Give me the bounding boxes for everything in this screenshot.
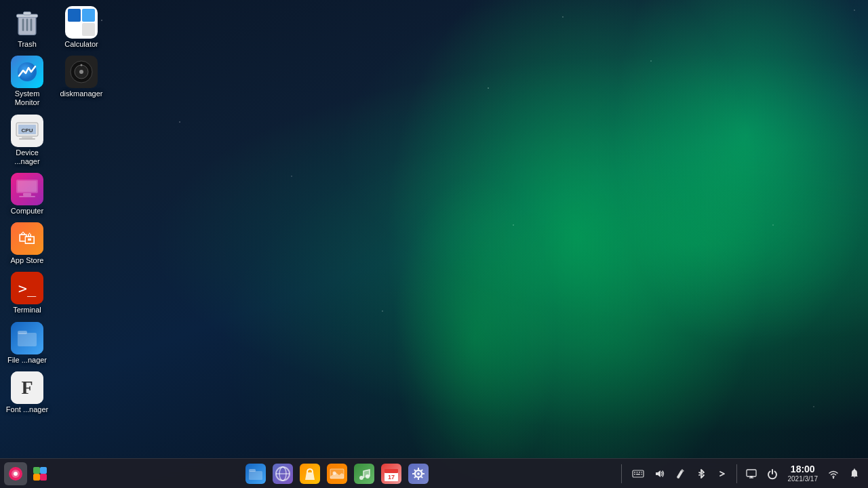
svg-rect-67 bbox=[634, 472, 635, 473]
svg-rect-3 bbox=[31, 19, 33, 31]
terminal-icon: >_ bbox=[11, 272, 43, 304]
svg-rect-71 bbox=[634, 474, 635, 475]
tray-keyboard[interactable] bbox=[629, 464, 648, 483]
computer-icon bbox=[11, 173, 43, 205]
svg-rect-34 bbox=[40, 467, 47, 474]
svg-point-32 bbox=[14, 472, 18, 476]
taskbar-dock: 17 bbox=[56, 462, 618, 486]
svg-rect-15 bbox=[23, 193, 31, 196]
tray-screen[interactable] bbox=[742, 464, 761, 483]
trash-label: Trash bbox=[18, 40, 37, 49]
desktop-icons-col1: Trash System Monitor bbox=[0, 0, 54, 417]
terminal-label: Terminal bbox=[13, 306, 41, 314]
desktop-icon-file-manager[interactable]: File ...nager bbox=[1, 319, 54, 367]
dock-calendar[interactable]: 17 bbox=[379, 462, 403, 486]
dock-browser[interactable] bbox=[271, 462, 295, 486]
svg-text:F: F bbox=[21, 377, 33, 398]
clock-date: 2021/3/17 bbox=[788, 475, 818, 483]
taskbar-separator-1 bbox=[621, 464, 622, 483]
svg-rect-14 bbox=[18, 181, 37, 192]
taskbar-tray: 18:00 2021/3/17 bbox=[625, 464, 869, 483]
app-store-label: App Store bbox=[11, 256, 44, 265]
svg-rect-9 bbox=[22, 136, 33, 138]
font-manager-label: Font ...nager bbox=[6, 405, 48, 414]
disk-manager-icon bbox=[65, 56, 98, 88]
svg-text:🛍: 🛍 bbox=[18, 228, 36, 248]
svg-rect-39 bbox=[249, 469, 256, 472]
tray-volume[interactable] bbox=[650, 464, 669, 483]
device-manager-icon: CPU bbox=[11, 115, 43, 147]
svg-rect-69 bbox=[639, 472, 640, 473]
desktop-icon-calculator[interactable]: Calculator bbox=[55, 3, 108, 52]
aurora-overlay bbox=[0, 0, 868, 488]
svg-rect-10 bbox=[19, 138, 35, 140]
svg-rect-2 bbox=[26, 19, 28, 31]
desktop-icons-col2: Calculator diskmanager bbox=[54, 0, 108, 101]
desktop-icon-font-manager[interactable]: F Font ...nager bbox=[1, 369, 54, 417]
svg-rect-22 bbox=[18, 333, 37, 346]
desktop-icon-computer[interactable]: Computer bbox=[1, 170, 54, 218]
svg-rect-23 bbox=[18, 331, 27, 334]
tray-notifications[interactable] bbox=[845, 464, 864, 483]
device-manager-label: Device ...nager bbox=[3, 148, 52, 166]
taskbar-app-switcher[interactable] bbox=[4, 462, 27, 485]
file-manager-icon bbox=[11, 322, 43, 354]
svg-marker-74 bbox=[656, 470, 660, 477]
desktop-icon-trash[interactable]: Trash bbox=[1, 3, 54, 52]
desktop-icon-device-manager[interactable]: CPU Device ...nager bbox=[1, 112, 54, 169]
tray-more[interactable] bbox=[713, 464, 732, 483]
calculator-icon bbox=[65, 6, 98, 39]
dock-store[interactable] bbox=[298, 462, 322, 486]
svg-text:CPU: CPU bbox=[22, 127, 33, 134]
tray-bluetooth[interactable] bbox=[692, 464, 711, 483]
dock-photos[interactable] bbox=[325, 462, 349, 486]
system-monitor-label: System Monitor bbox=[3, 89, 52, 107]
svg-point-29 bbox=[81, 64, 83, 66]
svg-rect-70 bbox=[641, 472, 642, 473]
clock-time: 18:00 bbox=[791, 464, 815, 474]
svg-point-49 bbox=[359, 476, 363, 480]
computer-label: Computer bbox=[11, 207, 43, 216]
tray-clock[interactable]: 18:00 2021/3/17 bbox=[784, 464, 823, 482]
taskbar-separator-2 bbox=[736, 464, 737, 483]
desktop-icon-terminal[interactable]: >_ Terminal bbox=[1, 269, 54, 317]
svg-rect-16 bbox=[19, 196, 35, 197]
tray-pen[interactable] bbox=[671, 464, 690, 483]
svg-rect-33 bbox=[33, 467, 40, 474]
file-manager-label: File ...nager bbox=[7, 356, 47, 365]
svg-rect-5 bbox=[24, 12, 31, 15]
dock-settings[interactable] bbox=[406, 462, 431, 486]
tray-power[interactable] bbox=[763, 464, 782, 483]
app-store-icon: 🛍 bbox=[11, 222, 43, 255]
svg-text:17: 17 bbox=[388, 474, 395, 481]
svg-rect-75 bbox=[747, 470, 756, 476]
system-monitor-icon bbox=[11, 56, 43, 88]
desktop-icon-disk-manager[interactable]: diskmanager bbox=[55, 53, 108, 101]
taskbar-window-manager[interactable] bbox=[28, 462, 52, 485]
taskbar-left bbox=[0, 462, 56, 485]
desktop-icon-system-monitor[interactable]: System Monitor bbox=[1, 53, 54, 110]
desktop-icon-app-store[interactable]: 🛍 App Store bbox=[1, 220, 54, 268]
svg-text:>_: >_ bbox=[18, 280, 37, 297]
svg-rect-73 bbox=[641, 474, 642, 475]
svg-rect-1 bbox=[22, 19, 24, 31]
dock-file-manager[interactable] bbox=[243, 462, 268, 486]
svg-rect-53 bbox=[384, 469, 398, 473]
tray-wifi[interactable] bbox=[824, 464, 843, 483]
svg-rect-36 bbox=[40, 474, 47, 481]
disk-manager-label: diskmanager bbox=[60, 89, 103, 98]
svg-rect-68 bbox=[636, 472, 637, 473]
calculator-label: Calculator bbox=[64, 40, 98, 49]
svg-rect-38 bbox=[249, 471, 262, 480]
svg-point-57 bbox=[417, 472, 420, 475]
desktop: Trash System Monitor bbox=[0, 0, 868, 488]
svg-point-28 bbox=[79, 70, 83, 74]
font-manager-icon: F bbox=[11, 371, 43, 404]
trash-icon bbox=[11, 6, 43, 39]
svg-rect-72 bbox=[636, 474, 640, 475]
svg-rect-35 bbox=[33, 474, 40, 481]
taskbar: 17 bbox=[0, 458, 868, 488]
svg-point-79 bbox=[833, 476, 834, 478]
dock-music[interactable] bbox=[352, 462, 376, 486]
